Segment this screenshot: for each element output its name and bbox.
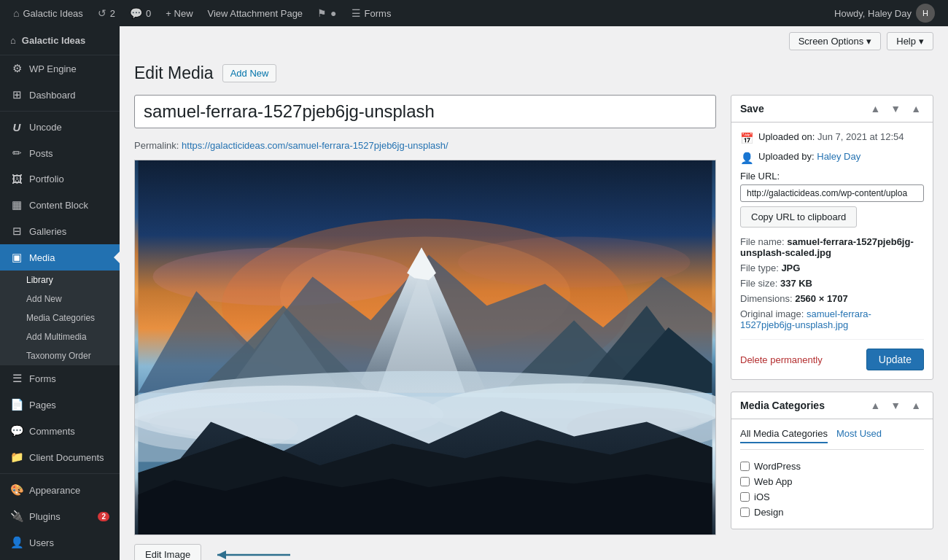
uploaded-by-link[interactable]: Haley Day xyxy=(817,151,860,162)
plugins-badge: 2 xyxy=(98,512,109,521)
sidebar-item-uncode[interactable]: U Uncode xyxy=(0,114,120,140)
submenu-taxonomy-order[interactable]: Taxonomy Order xyxy=(0,346,120,365)
submenu-library[interactable]: Library xyxy=(0,271,120,289)
sidebar-item-pages[interactable]: 📄 Pages xyxy=(0,392,120,418)
sidebar-item-dashboard[interactable]: ⊞ Dashboard xyxy=(0,82,120,108)
file-size-meta: File size: 337 KB xyxy=(740,278,924,289)
screen-options-button[interactable]: Screen Options ▾ xyxy=(789,32,882,50)
permalink-link[interactable]: https://galacticideas.com/samuel-ferrara… xyxy=(182,140,448,151)
sidebar-item-appearance[interactable]: 🎨 Appearance xyxy=(0,477,120,503)
wordpress-checkbox[interactable] xyxy=(740,462,750,471)
wp-icon: ⌂ xyxy=(13,7,19,19)
page-header: Edit Media Add New xyxy=(134,63,933,83)
metabox-close[interactable]: ▲ xyxy=(908,101,924,116)
metabox-collapse-up[interactable]: ▲ xyxy=(867,101,883,116)
content-layout: Permalink: https://galacticideas.com/sam… xyxy=(134,95,933,560)
media-image xyxy=(135,160,715,534)
sidebar-item-client-documents[interactable]: 📁 Client Documents xyxy=(0,444,120,470)
adminbar-view-attachment[interactable]: View Attachment Page xyxy=(202,0,309,26)
copy-url-button[interactable]: Copy URL to clipboard xyxy=(740,206,857,228)
original-label: Original image: xyxy=(740,308,804,319)
sidebar-item-plugins[interactable]: 🔌 Plugins 2 xyxy=(0,503,120,529)
content-block-icon: ▦ xyxy=(10,198,23,211)
uploaded-by-row: 👤 Uploaded by: Haley Day xyxy=(740,151,924,165)
wpml-icon: ⚑ xyxy=(317,7,327,19)
adminbar-comments[interactable]: 💬 0 xyxy=(124,0,157,26)
help-arrow: ▾ xyxy=(919,36,924,47)
sidebar-item-portfolio[interactable]: 🖼 Portfolio xyxy=(0,166,120,192)
wp-engine-icon: ⚙ xyxy=(10,62,23,75)
save-actions: Delete permanently Update xyxy=(740,339,924,370)
sidebar-site-icon: ⌂ xyxy=(10,35,16,46)
uploaded-on-row: 📅 Uploaded on: Jun 7, 2021 at 12:54 xyxy=(740,131,924,145)
original-image-meta: Original image: samuel-ferrara-1527pjeb6… xyxy=(740,308,924,330)
posts-icon: ✏ xyxy=(10,147,23,160)
delete-permanently-link[interactable]: Delete permanently xyxy=(740,354,823,365)
appearance-icon: 🎨 xyxy=(10,483,23,497)
sidebar-item-galleries[interactable]: ⊟ Galleries xyxy=(0,218,120,244)
adminbar-comments-count: 0 xyxy=(146,8,151,19)
sidebar-item-media[interactable]: ▣ Media xyxy=(0,244,120,271)
content-main: Permalink: https://galacticideas.com/sam… xyxy=(134,95,716,560)
file-url-input[interactable] xyxy=(740,184,924,202)
submenu-add-multimedia[interactable]: Add Multimedia xyxy=(0,327,120,346)
adminbar-wpml[interactable]: ⚑ ● xyxy=(311,0,342,26)
metabox-collapse-down[interactable]: ▼ xyxy=(887,101,904,116)
sidebar-item-posts[interactable]: ✏ Posts xyxy=(0,140,120,166)
adminbar-forms[interactable]: ☰ Forms xyxy=(346,0,397,26)
submenu-add-new[interactable]: Add New xyxy=(0,289,120,308)
media-categories-body: All Media Categories Most Used WordPress xyxy=(731,419,933,529)
title-input[interactable] xyxy=(134,95,716,128)
add-new-button[interactable]: Add New xyxy=(222,64,277,82)
sidebar-site-name[interactable]: ⌂ Galactic Ideas xyxy=(0,26,120,55)
uploaded-on-value: Jun 7, 2021 at 12:54 xyxy=(817,131,904,142)
file-type-label: File type: xyxy=(740,262,779,273)
media-categories-metabox: Media Categories ▲ ▼ ▲ All Media Categor… xyxy=(731,392,933,529)
uploaded-on-label: Uploaded on: xyxy=(758,131,815,142)
dashboard-icon: ⊞ xyxy=(10,88,23,101)
page-wrap: Edit Media Add New Permalink: https://ga… xyxy=(120,56,948,560)
sidebar-item-content-block[interactable]: ▦ Content Block xyxy=(0,192,120,218)
categories-collapse-up[interactable]: ▲ xyxy=(867,398,883,413)
sidebar-item-forms[interactable]: ☰ Forms xyxy=(0,365,120,392)
sidebar-item-wp-engine[interactable]: ⚙ WP Engine xyxy=(0,55,120,82)
user-avatar: H xyxy=(916,4,935,23)
submenu-media-categories[interactable]: Media Categories xyxy=(0,308,120,327)
comments-nav-icon: 💬 xyxy=(10,424,23,438)
adminbar-view-attachment-label: View Attachment Page xyxy=(208,8,303,19)
adminbar-new[interactable]: + New xyxy=(160,0,198,26)
media-categories-title: Media Categories xyxy=(740,400,825,411)
categories-collapse-down[interactable]: ▼ xyxy=(887,398,904,413)
adminbar-user[interactable]: Howdy, Haley Day H xyxy=(828,4,941,23)
adminbar-revisions[interactable]: ↺ 2 xyxy=(92,0,121,26)
sidebar-item-users[interactable]: 👤 Users xyxy=(0,529,120,556)
save-metabox-header[interactable]: Save ▲ ▼ ▲ xyxy=(731,96,933,122)
list-item: iOS xyxy=(740,489,924,505)
forms-nav-icon: ☰ xyxy=(10,372,23,385)
portfolio-icon: 🖼 xyxy=(10,173,23,185)
permalink-row: Permalink: https://galacticideas.com/sam… xyxy=(134,140,716,151)
adminbar-site[interactable]: ⌂ Galactic Ideas xyxy=(7,0,89,26)
sidebar-item-comments[interactable]: 💬 Comments xyxy=(0,418,120,444)
page-title: Edit Media xyxy=(134,63,214,83)
help-label: Help xyxy=(896,36,916,47)
design-checkbox[interactable] xyxy=(740,508,750,517)
update-button[interactable]: Update xyxy=(866,349,924,370)
user-icon: 👤 xyxy=(740,152,754,165)
plugins-icon: 🔌 xyxy=(10,510,23,523)
galleries-icon: ⊟ xyxy=(10,225,23,238)
help-button[interactable]: Help ▾ xyxy=(887,32,933,50)
edit-image-button[interactable]: Edit Image xyxy=(134,544,201,560)
categories-close[interactable]: ▲ xyxy=(908,398,924,413)
media-submenu: Library Add New Media Categories Add Mul… xyxy=(0,271,120,365)
adminbar-site-name: Galactic Ideas xyxy=(23,8,82,19)
sidebar-item-tools[interactable]: 🔧 Tools xyxy=(0,556,120,560)
media-categories-header[interactable]: Media Categories ▲ ▼ ▲ xyxy=(731,392,933,419)
tab-all-categories[interactable]: All Media Categories xyxy=(740,428,828,443)
svg-marker-25 xyxy=(217,551,226,559)
media-categories-controls: ▲ ▼ ▲ xyxy=(867,398,924,413)
ios-checkbox[interactable] xyxy=(740,492,750,502)
adminbar-revisions-count: 2 xyxy=(110,8,115,19)
tab-most-used[interactable]: Most Used xyxy=(836,428,882,443)
web-app-checkbox[interactable] xyxy=(740,477,750,486)
